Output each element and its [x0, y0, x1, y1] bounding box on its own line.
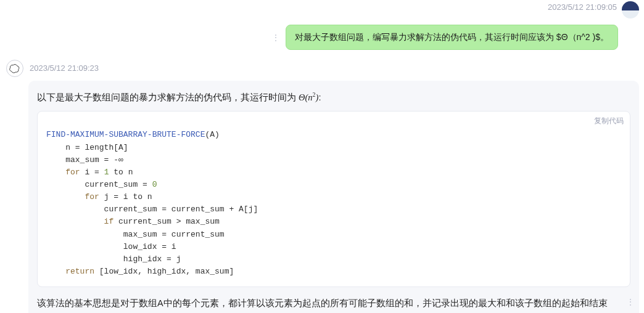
openai-icon — [9, 63, 20, 74]
assistant-timestamp: 2023/5/12 21:09:23 — [30, 63, 99, 73]
user-message-bubble: 对最大子数组问题，编写暴力求解方法的伪代码，其运行时间应该为 $Θ（n^2 )$… — [286, 25, 618, 50]
assistant-message-bubble: 以下是最大子数组问题的暴力求解方法的伪代码，其运行时间为 Θ(n2): 复制代码… — [28, 81, 639, 313]
message-options-icon[interactable]: ⋮ — [270, 33, 282, 43]
code-block: 复制代码 FIND-MAXIMUM-SUBARRAY-BRUTE-FORCE(A… — [37, 111, 630, 287]
explanation-text: 该算法的基本思想是对于数组A中的每个元素，都计算以该元素为起点的所有可能子数组的… — [37, 296, 630, 313]
assistant-avatar[interactable] — [6, 60, 23, 77]
user-avatar[interactable] — [622, 1, 639, 18]
user-timestamp: 2023/5/12 21:09:05 — [548, 2, 617, 12]
intro-text: 以下是最大子数组问题的暴力求解方法的伪代码，其运行时间为 Θ(n2): — [37, 89, 630, 105]
copy-code-button[interactable]: 复制代码 — [594, 115, 624, 127]
more-options-icon[interactable]: ⋮ — [626, 297, 635, 307]
